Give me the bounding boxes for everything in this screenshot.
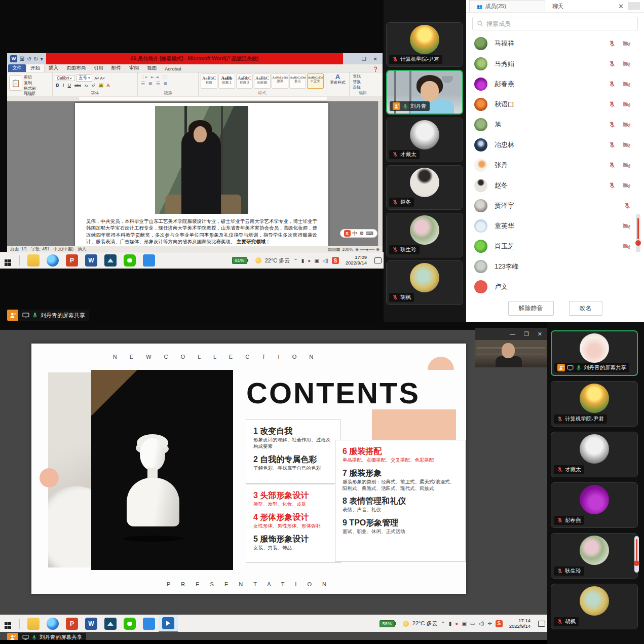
sogou-tray-icon[interactable]: S (332, 257, 339, 264)
member-row[interactable]: 赵冬 (466, 175, 644, 196)
grow-shrink-font-icon[interactable] (94, 75, 106, 81)
photos-app-icon[interactable] (104, 618, 117, 630)
tray-app-icon[interactable]: ● (455, 621, 458, 626)
align-left-button[interactable] (140, 81, 146, 87)
tray-volume-icon[interactable]: ◁) (323, 258, 328, 263)
word-taskbar-icon[interactable]: W (85, 618, 97, 630)
style-chip-selected[interactable]: AaBbCcDd ↵正文 (307, 73, 324, 89)
shading-button[interactable] (161, 74, 168, 80)
justify-button[interactable] (163, 81, 169, 87)
powerpoint-icon[interactable]: P (66, 254, 78, 267)
font-size-select[interactable]: 五号 (77, 74, 92, 82)
notification-center-icon[interactable] (374, 257, 382, 263)
video-tile[interactable]: 计算机学院-尹君 (551, 381, 638, 427)
clock[interactable]: 17:14 2022/9/14 (509, 618, 531, 629)
cut-button[interactable]: 剪切 (24, 75, 32, 80)
rename-button[interactable]: 改名 (569, 301, 602, 316)
document-area[interactable]: 吴伟，中共党员，本科毕业于山东工艺美术学院服装设计专业，硕士毕业于云南大学艺术学… (7, 101, 383, 246)
cloud-app-icon[interactable] (143, 618, 155, 630)
indent-buttons[interactable] (150, 74, 160, 80)
quick-access-toolbar[interactable]: W 🖫 ↺ ↻ ▾ (7, 53, 46, 64)
restore-window-button[interactable]: ❐ (362, 56, 366, 62)
tray-display-icon[interactable]: ▣ (462, 621, 466, 626)
minimize-window-button[interactable]: — (510, 331, 515, 337)
save-icon[interactable]: 🖫 (19, 56, 25, 62)
word-count[interactable]: 字数: 451 (31, 246, 50, 252)
help-icon[interactable]: ❓ (372, 66, 383, 72)
align-right-button[interactable] (155, 81, 161, 87)
style-chip[interactable]: AaBbC 标题 2 (236, 73, 253, 89)
qat-dropdown-icon[interactable]: ▾ (40, 56, 43, 62)
video-tile-active-speaker[interactable]: 刘丹青 (386, 70, 463, 115)
style-chip[interactable]: AaBbC 副标题 (254, 73, 271, 89)
start-button[interactable] (0, 618, 15, 629)
style-chip[interactable]: AaBbCcDd 要点 (289, 73, 306, 89)
copy-button[interactable]: 复制 (24, 81, 32, 85)
tray-phone-icon[interactable]: ▮ (449, 621, 452, 626)
video-tile[interactable]: 胡枫 (551, 584, 638, 629)
ime-tools-icon[interactable]: ⚙ (360, 231, 364, 236)
tab-page-layout[interactable]: 页面布局 (62, 64, 90, 72)
member-row[interactable]: 马福祥 (466, 33, 644, 54)
highlight-button[interactable] (98, 83, 104, 88)
insert-mode[interactable]: 插入 (78, 246, 86, 252)
member-search[interactable] (472, 17, 638, 30)
font-name-select[interactable]: Calibri (55, 75, 75, 81)
tab-insert[interactable]: 插入 (45, 64, 62, 72)
video-tile[interactable]: 赵冬 (386, 165, 463, 210)
powerpoint-icon[interactable]: P (66, 618, 78, 630)
undo-icon[interactable]: ↺ (27, 56, 31, 62)
start-button[interactable] (0, 255, 15, 266)
unmute-button[interactable]: 解除静音 (508, 301, 554, 316)
panel-scrollbar[interactable] (636, 214, 640, 252)
view-buttons[interactable]: ▤▥▦ (328, 247, 340, 252)
redo-icon[interactable]: ↻ (33, 56, 38, 62)
language-indicator[interactable]: 中文(中国) (53, 246, 73, 252)
video-tile[interactable]: 耿生玲 (386, 213, 463, 257)
wechat-icon[interactable] (124, 618, 136, 630)
video-player-taskbar-active[interactable] (159, 615, 178, 632)
video-tile[interactable]: 计算机学院-尹君 (386, 22, 463, 67)
tab-members[interactable]: 成员(25) (469, 0, 545, 12)
file-explorer-icon[interactable] (27, 618, 40, 630)
notification-center-icon[interactable] (538, 621, 545, 627)
tab-file[interactable]: 文件 (8, 64, 26, 72)
restore-window-button[interactable]: ❐ (524, 331, 529, 337)
bold-button[interactable] (55, 83, 60, 88)
wechat-icon[interactable] (124, 254, 136, 267)
member-row[interactable]: 123李峰 (466, 256, 644, 277)
member-row[interactable]: 彭春燕 (466, 74, 644, 94)
tray-display-icon[interactable]: ▣ (314, 258, 319, 263)
numbering-button[interactable] (140, 74, 148, 80)
clock[interactable]: 17:09 2022/9/14 (346, 255, 367, 266)
subscript-button[interactable] (84, 83, 89, 88)
tab-review[interactable]: 审阅 (125, 64, 143, 72)
replace-button[interactable]: 替换 (352, 79, 374, 85)
member-row[interactable]: 秋语口 (466, 94, 644, 115)
video-tile[interactable]: 才藏太 (551, 432, 638, 477)
tab-chat[interactable]: 聊天 (545, 0, 571, 12)
member-row[interactable]: 张丹 (466, 155, 644, 175)
tray-expand-icon[interactable]: ⌃ (293, 258, 297, 263)
zoom-slider[interactable]: ⊖ ──●── ⊕ (355, 247, 380, 252)
change-styles-button[interactable]: 更改样式 (328, 80, 347, 85)
search-input[interactable] (486, 20, 633, 27)
find-button[interactable]: 查找 (352, 73, 374, 79)
panel-close-icon[interactable]: ✕ (618, 3, 624, 10)
ruler[interactable] (7, 96, 383, 101)
weather-text[interactable]: 22°C 多云 (265, 257, 290, 264)
ime-mode[interactable]: 中 (353, 230, 358, 237)
document-page[interactable]: 吴伟，中共党员，本科毕业于山东工艺美术学院服装设计专业，硕士毕业于云南大学艺术学… (75, 103, 328, 246)
panel-collapse-button[interactable] (628, 2, 640, 10)
superscript-button[interactable] (91, 83, 96, 88)
select-button[interactable]: 选择 (352, 85, 374, 90)
zoom-level[interactable]: 100% (342, 247, 353, 252)
video-tile[interactable]: 耿生玲 (551, 533, 638, 579)
member-row[interactable]: 童英华 (466, 216, 644, 236)
word-vertical-scrollbar[interactable] (378, 101, 383, 246)
video-tile[interactable]: 才藏太 (386, 118, 463, 162)
sogou-ime-bar[interactable]: S 中 ⚙ ⌨ (340, 229, 377, 238)
close-window-button[interactable]: ✕ (538, 331, 542, 337)
style-chip[interactable]: AaBb 标题 1 (218, 73, 235, 89)
member-row[interactable]: 卢文 (466, 277, 644, 297)
